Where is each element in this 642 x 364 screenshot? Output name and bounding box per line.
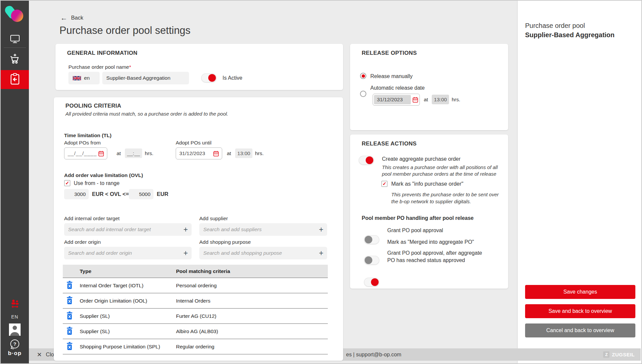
- people-switch-icon: [10, 299, 20, 310]
- po-handling-title: Pool member PO handling after pool relea…: [362, 215, 474, 221]
- pool-name-label: Purchase order pool name*: [68, 64, 131, 70]
- adopt-until-label: Adopt POs until: [176, 140, 212, 146]
- language-code-label: EN: [1, 314, 29, 319]
- pooling-criteria-title: POOLING CRITERIA: [65, 103, 121, 109]
- summary-panel: Purchase order pool Supplier-Based Aggre…: [518, 1, 641, 363]
- add-internal-order-target-button[interactable]: +: [180, 225, 192, 234]
- back-button[interactable]: ← Back: [60, 15, 83, 21]
- time-limitation-label: Time limitation (TL): [64, 133, 112, 138]
- add-supplier-button[interactable]: +: [315, 225, 327, 234]
- delete-icon[interactable]: [66, 311, 73, 320]
- calendar-icon[interactable]: [412, 97, 418, 103]
- calendar-icon[interactable]: [98, 150, 104, 157]
- pooling-criteria-card: POOLING CRITERIA All provided criteria m…: [54, 97, 343, 361]
- automatic-release-date-input[interactable]: 31/12/2023: [373, 94, 420, 106]
- sidebar-item-shop[interactable]: [1, 50, 29, 68]
- create-aggregate-label: Create aggregate purchase order: [382, 156, 461, 162]
- toggle-knob: [366, 156, 373, 164]
- create-aggregate-toggle[interactable]: [359, 156, 374, 165]
- date-value: __/__/____: [68, 150, 98, 156]
- ovl-to-input[interactable]: [129, 189, 153, 199]
- release-actions-card: RELEASE ACTIONS Create aggregate purchas…: [350, 135, 508, 289]
- adopt-from-label: Adopt POs from: [64, 140, 101, 146]
- info-purchase-order-label: Mark as "info purchase order": [391, 181, 463, 187]
- criteria-type: Shopping Purpose Limitation (SPL): [80, 344, 176, 350]
- cart-plus-icon: [10, 53, 20, 65]
- adopt-until-time-input[interactable]: 13:00: [235, 148, 252, 158]
- question-mark-icon: ?: [13, 341, 16, 347]
- merged-into-aggregate-label: Mark as "Merged into aggregate PO": [387, 239, 474, 245]
- ovl-from-input[interactable]: [64, 189, 89, 199]
- automatic-release-time-input[interactable]: 13:00: [432, 95, 449, 104]
- calendar-icon[interactable]: [213, 150, 219, 157]
- table-header-row: Type Pool matching criteria: [63, 265, 328, 278]
- general-information-card: GENERAL INFORMATION Purchase order pool …: [55, 44, 343, 90]
- is-active-label: Is Active: [223, 75, 242, 81]
- app-screen: EN ? b·op ← Back Purchase order pool set…: [0, 0, 642, 364]
- info-purchase-order-description: This prevents the purchase order to be s…: [391, 191, 506, 205]
- add-order-origin-label: Add order origin: [64, 239, 101, 245]
- table-row: Supplier (SL) Albiro AG (ALB03): [63, 324, 328, 339]
- cancel-and-back-button[interactable]: Cancel and back to overview: [525, 323, 635, 337]
- info-purchase-order-checkbox[interactable]: ✓: [381, 181, 388, 187]
- delete-icon[interactable]: [66, 281, 73, 289]
- check-icon: ✓: [65, 180, 69, 186]
- hrs-label: hrs.: [452, 97, 460, 103]
- zugseil-brand-label: ZUGSEIL: [612, 352, 635, 357]
- date-value: 31/12/2023: [179, 150, 213, 156]
- sidebar-item-dashboard[interactable]: [1, 33, 29, 46]
- type-column-header: Type: [80, 268, 176, 274]
- internal-order-target-search-input[interactable]: [64, 223, 180, 236]
- sidebar-item-purchase-order-pools[interactable]: [1, 70, 29, 89]
- release-manually-radio[interactable]: [360, 73, 366, 79]
- grant-after-approved-toggle[interactable]: [364, 278, 379, 287]
- add-shopping-purpose-label: Add shopping purpose: [199, 239, 251, 245]
- criteria-value: Albiro AG (ALB03): [176, 328, 328, 334]
- order-origin-search-input[interactable]: [64, 247, 180, 259]
- language-code: en: [84, 75, 90, 81]
- is-active-toggle[interactable]: [201, 73, 217, 82]
- help-button[interactable]: ?: [10, 339, 19, 348]
- criteria-value: Furter AG (CU12): [176, 313, 328, 319]
- table-row: Shopping Purpose Limitation (SPL) Regula…: [63, 339, 328, 354]
- required-asterisk: *: [129, 64, 131, 70]
- ovl-label: Add order value limitation (OVL): [64, 172, 143, 178]
- criteria-type: Order Origin Limitation (OOL): [80, 298, 176, 304]
- delete-icon[interactable]: [66, 296, 73, 305]
- add-order-origin-button[interactable]: +: [180, 249, 192, 258]
- language-selector[interactable]: en: [68, 72, 100, 84]
- grant-po-pool-approval-toggle[interactable]: [364, 235, 379, 244]
- pool-criteria-table: Type Pool matching criteria Internal Ord…: [63, 265, 328, 354]
- merged-into-aggregate-toggle[interactable]: [364, 256, 379, 265]
- use-range-checkbox[interactable]: ✓: [64, 180, 70, 186]
- save-changes-button[interactable]: Save changes: [525, 285, 635, 299]
- clipboard-back-icon: [10, 73, 20, 86]
- adopt-from-time-input[interactable]: __:__: [125, 148, 142, 158]
- adopt-until-date-input[interactable]: 31/12/2023: [176, 147, 222, 159]
- automatic-release-radio[interactable]: [360, 91, 366, 97]
- shopping-purpose-search-input[interactable]: [199, 247, 315, 259]
- add-shopping-purpose-button[interactable]: +: [315, 249, 327, 258]
- back-label: Back: [71, 15, 83, 21]
- pool-name-input[interactable]: [102, 72, 189, 84]
- supplier-search-input[interactable]: [199, 223, 315, 236]
- delete-icon[interactable]: [66, 326, 73, 335]
- back-arrow-icon: ←: [60, 15, 67, 21]
- toggle-knob: [208, 74, 216, 82]
- at-label: at: [424, 97, 428, 103]
- use-range-label: Use from - to range: [74, 180, 120, 186]
- user-avatar[interactable]: [9, 323, 21, 336]
- language-switch-button[interactable]: [1, 298, 29, 311]
- adopt-from-date-input[interactable]: __/__/____: [64, 147, 107, 159]
- save-and-back-button[interactable]: Save and back to overview: [525, 304, 635, 318]
- at-label: at: [117, 150, 121, 156]
- monitor-icon: [10, 35, 20, 45]
- uk-flag-icon: [73, 76, 81, 81]
- delete-icon[interactable]: [66, 342, 73, 350]
- footer-support-text: es | support@b-op.com: [346, 348, 401, 361]
- sidebar-divider: [4, 47, 26, 48]
- criteria-value: Personal ordering: [176, 283, 328, 289]
- general-information-title: GENERAL INFORMATION: [67, 50, 138, 56]
- create-aggregate-description: This creates a purchase order with all p…: [382, 164, 505, 177]
- panel-pool-name: Supplier-Based Aggregation: [525, 31, 614, 39]
